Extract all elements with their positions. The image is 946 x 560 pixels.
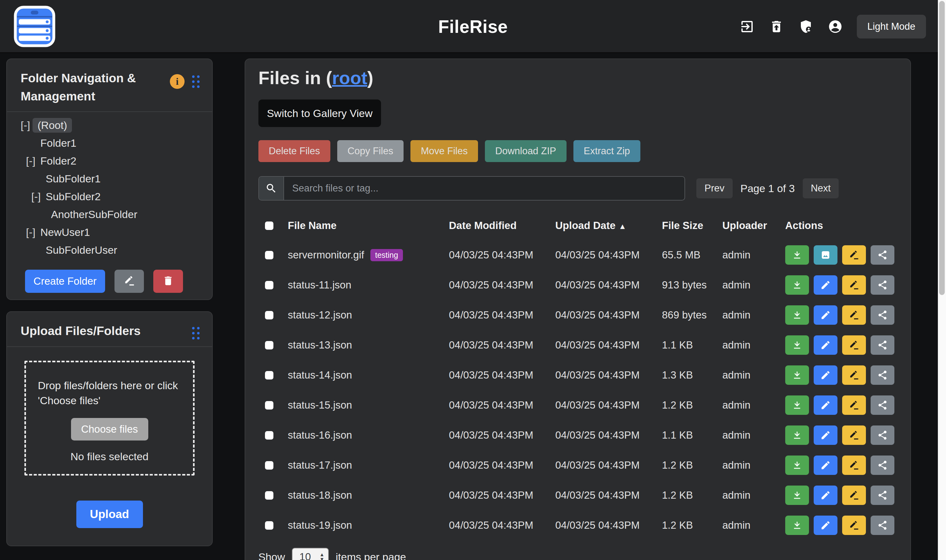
row-checkbox[interactable]: [265, 491, 274, 500]
tree-item-folder1[interactable]: Folder1: [7, 134, 212, 152]
edit-button[interactable]: [814, 426, 837, 445]
download-zip-button[interactable]: Download ZIP: [485, 140, 566, 162]
edit-button[interactable]: [814, 395, 837, 415]
rename-button[interactable]: [842, 305, 866, 325]
choose-files-button[interactable]: Choose files: [71, 418, 148, 440]
share-button[interactable]: [871, 335, 894, 355]
scrollbar-thumb[interactable]: [939, 1, 945, 295]
rename-button[interactable]: [842, 275, 866, 295]
delete-folder-button[interactable]: [153, 270, 183, 293]
rename-button[interactable]: [842, 486, 866, 505]
light-mode-button[interactable]: Light Mode: [857, 15, 926, 38]
row-checkbox[interactable]: [265, 461, 274, 469]
edit-button[interactable]: [814, 486, 837, 505]
info-icon[interactable]: i: [170, 74, 185, 89]
edit-button[interactable]: [814, 515, 837, 535]
download-button[interactable]: [785, 395, 809, 415]
upload-dropzone[interactable]: Drop files/folders here or click 'Choose…: [25, 361, 195, 476]
tree-item-root[interactable]: [-](Root): [7, 116, 212, 134]
rename-button[interactable]: [842, 515, 866, 535]
tree-label[interactable]: SubFolder2: [46, 191, 101, 203]
tree-item-subfolder1[interactable]: SubFolder1: [7, 170, 212, 188]
tree-label[interactable]: AnotherSubFolder: [51, 208, 137, 220]
download-button[interactable]: [785, 455, 809, 475]
file-name[interactable]: status-15.json: [288, 399, 352, 411]
account-circle-icon[interactable]: [828, 19, 843, 34]
search-input[interactable]: [284, 177, 685, 200]
rename-button[interactable]: [842, 245, 866, 265]
row-checkbox[interactable]: [265, 521, 274, 530]
column-header-date-modified[interactable]: Date Modified: [449, 220, 555, 231]
share-button[interactable]: [871, 275, 894, 295]
column-header-file-name[interactable]: File Name: [288, 220, 449, 231]
move-files-button[interactable]: Move Files: [411, 140, 478, 162]
download-button[interactable]: [785, 515, 809, 535]
column-header-uploader[interactable]: Uploader: [722, 220, 785, 231]
tree-item-folder2[interactable]: [-]Folder2: [7, 152, 212, 170]
row-checkbox[interactable]: [265, 251, 274, 259]
switch-gallery-view-button[interactable]: Switch to Gallery View: [258, 100, 381, 127]
column-header-file-size[interactable]: File Size: [662, 220, 722, 231]
items-per-page-select[interactable]: 10 ▲▼: [292, 548, 329, 560]
download-button[interactable]: [785, 275, 809, 295]
rename-button[interactable]: [842, 395, 866, 415]
tree-label[interactable]: Folder1: [40, 137, 76, 149]
tree-item-newuser1[interactable]: [-]NewUser1: [7, 223, 212, 241]
next-page-button[interactable]: Next: [803, 178, 839, 198]
file-name[interactable]: servermonitor.gif: [288, 249, 364, 261]
download-button[interactable]: [785, 365, 809, 385]
download-button[interactable]: [785, 426, 809, 445]
create-folder-button[interactable]: Create Folder: [25, 270, 105, 293]
restore-trash-icon[interactable]: [769, 19, 784, 34]
row-checkbox[interactable]: [265, 311, 274, 319]
file-name[interactable]: status-17.json: [288, 459, 352, 471]
tree-item-subfolder2[interactable]: [-]SubFolder2: [7, 188, 212, 206]
copy-files-button[interactable]: Copy Files: [337, 140, 403, 162]
download-button[interactable]: [785, 245, 809, 265]
download-button[interactable]: [785, 335, 809, 355]
logout-icon[interactable]: [739, 19, 755, 34]
row-checkbox[interactable]: [265, 371, 274, 380]
download-button[interactable]: [785, 305, 809, 325]
file-name[interactable]: status-13.json: [288, 339, 352, 351]
edit-button[interactable]: [814, 365, 837, 385]
share-button[interactable]: [871, 365, 894, 385]
file-name[interactable]: status-11.json: [288, 279, 351, 291]
row-checkbox[interactable]: [265, 401, 274, 409]
share-button[interactable]: [871, 515, 894, 535]
edit-button[interactable]: [814, 335, 837, 355]
share-button[interactable]: [871, 426, 894, 445]
extract-zip-button[interactable]: Extract Zip: [574, 140, 640, 162]
file-name[interactable]: status-16.json: [288, 429, 352, 441]
file-name[interactable]: status-12.json: [288, 309, 352, 321]
upload-button[interactable]: Upload: [76, 500, 143, 528]
rename-button[interactable]: [842, 365, 866, 385]
share-button[interactable]: [871, 455, 894, 475]
delete-files-button[interactable]: Delete Files: [258, 140, 330, 162]
column-header-upload-date[interactable]: Upload Date▲: [555, 220, 662, 231]
edit-button[interactable]: [814, 455, 837, 475]
tree-toggle[interactable]: [-]: [26, 155, 40, 167]
row-checkbox[interactable]: [265, 281, 274, 289]
drag-handle-icon[interactable]: [192, 327, 200, 340]
share-button[interactable]: [871, 305, 894, 325]
rename-button[interactable]: [842, 426, 866, 445]
prev-page-button[interactable]: Prev: [696, 178, 733, 198]
share-button[interactable]: [871, 395, 894, 415]
rename-button[interactable]: [842, 455, 866, 475]
row-checkbox[interactable]: [265, 431, 274, 440]
edit-button[interactable]: [814, 305, 837, 325]
share-button[interactable]: [871, 486, 894, 505]
edit-button[interactable]: [814, 275, 837, 295]
column-header-actions[interactable]: Actions: [785, 220, 910, 231]
file-name[interactable]: status-18.json: [288, 489, 352, 501]
admin-settings-icon[interactable]: [798, 19, 814, 34]
tree-item-anothersubfolder[interactable]: AnotherSubFolder: [7, 206, 212, 223]
download-button[interactable]: [785, 486, 809, 505]
tree-label[interactable]: SubFolder1: [46, 173, 101, 185]
file-name[interactable]: status-19.json: [288, 519, 352, 531]
rename-button[interactable]: [842, 335, 866, 355]
drag-handle-icon[interactable]: [192, 75, 200, 88]
tree-toggle[interactable]: [-]: [31, 191, 46, 203]
select-all-checkbox[interactable]: [265, 222, 274, 230]
